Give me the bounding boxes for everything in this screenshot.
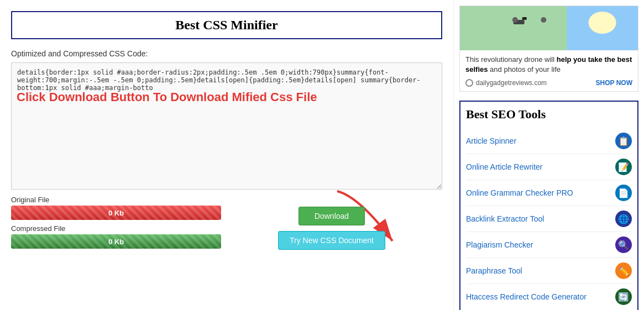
ad-domain-row: dailygadgetreviews.com [465, 79, 547, 87]
seo-tools-title: Best SEO Tools [466, 107, 632, 122]
tool-item-paraphrase-tool[interactable]: Paraphrase Tool ✏️ [466, 258, 632, 284]
tool-icon-paraphrase-tool: ✏️ [615, 262, 632, 279]
ad-domain-text: dailygadgetreviews.com [476, 79, 547, 87]
shop-now-link[interactable]: SHOP NOW [596, 79, 632, 87]
svg-point-6 [512, 17, 518, 23]
tool-icon-htaccess-redirect: 🔄 [615, 288, 632, 305]
buttons-column: Download Try New CSS Document [221, 196, 442, 250]
tool-item-article-rewriter[interactable]: Online Article Rewriter 📝 [466, 154, 632, 180]
download-button[interactable]: Download [299, 207, 365, 225]
ad-desc-pre: This revolutionary drone will [465, 55, 557, 64]
page-title: Best CSS Minifier [18, 18, 436, 33]
file-bars-column: Original File 0 Kb Compressed File 0 Kb [11, 196, 221, 253]
seo-tools-section: Best SEO Tools Article Spinner 📋 Online … [459, 101, 638, 310]
ad-box: This revolutionary drone will help you t… [459, 6, 638, 92]
original-file-bar: 0 Kb [11, 206, 221, 220]
main-panel: Best CSS Minifier Optimized and Compress… [0, 0, 453, 310]
original-file-row: Original File 0 Kb [11, 196, 221, 220]
globe-icon [465, 79, 473, 87]
tool-link-plagiarism-checker[interactable]: Plagiarism Checker [466, 240, 533, 249]
ad-desc-post: and photos of your life [488, 65, 561, 73]
ad-footer: dailygadgetreviews.com SHOP NOW [465, 79, 632, 87]
tool-item-htaccess-redirect[interactable]: Htaccess Redirect Code Generator 🔄 [466, 284, 632, 309]
compressed-file-value: 0 Kb [108, 238, 124, 246]
tool-item-grammar-checker[interactable]: Online Grammar Checker PRO 📄 [466, 180, 632, 206]
tool-item-article-spinner[interactable]: Article Spinner 📋 [466, 128, 632, 154]
tool-icon-backlink-extractor: 🌐 [615, 211, 632, 227]
original-file-value: 0 Kb [108, 209, 124, 217]
tool-link-paraphrase-tool[interactable]: Paraphrase Tool [466, 266, 522, 275]
compressed-file-bar: 0 Kb [11, 234, 221, 249]
compressed-file-label: Compressed File [11, 224, 221, 233]
css-output-textarea[interactable]: details{border:1px solid #aaa;border-rad… [11, 62, 442, 190]
tool-item-plagiarism-checker[interactable]: Plagiarism Checker 🔍 [466, 232, 632, 258]
ad-text-content: This revolutionary drone will help you t… [460, 50, 638, 91]
compressed-file-row: Compressed File 0 Kb [11, 224, 221, 249]
sidebar: This revolutionary drone will help you t… [453, 0, 644, 310]
ad-image [460, 6, 638, 50]
new-doc-button[interactable]: Try New CSS Document [278, 231, 385, 250]
svg-point-3 [589, 12, 616, 34]
output-label: Optimized and Compressed CSS Code: [11, 49, 442, 58]
page-title-box: Best CSS Minifier [11, 11, 442, 39]
tool-link-grammar-checker[interactable]: Online Grammar Checker PRO [466, 188, 573, 197]
tool-link-article-rewriter[interactable]: Online Article Rewriter [466, 162, 543, 171]
tool-icon-article-rewriter: 📝 [615, 159, 632, 175]
tool-icon-plagiarism-checker: 🔍 [615, 237, 632, 253]
tool-link-htaccess-redirect[interactable]: Htaccess Redirect Code Generator [466, 292, 587, 301]
tool-link-article-spinner[interactable]: Article Spinner [466, 136, 516, 145]
svg-point-7 [541, 17, 546, 23]
tool-icon-article-spinner: 📋 [615, 133, 632, 149]
textarea-wrapper: details{border:1px solid #aaa;border-rad… [11, 62, 442, 191]
svg-rect-8 [522, 17, 527, 20]
original-file-label: Original File [11, 196, 221, 204]
tool-icon-grammar-checker: 📄 [615, 185, 632, 201]
ad-description: This revolutionary drone will help you t… [465, 55, 632, 75]
tool-link-backlink-extractor[interactable]: Backlink Extractor Tool [466, 214, 544, 223]
svg-rect-4 [460, 6, 567, 50]
tool-item-backlink-extractor[interactable]: Backlink Extractor Tool 🌐 [466, 206, 632, 232]
bottom-layout: Original File 0 Kb Compressed File 0 Kb … [11, 196, 442, 253]
